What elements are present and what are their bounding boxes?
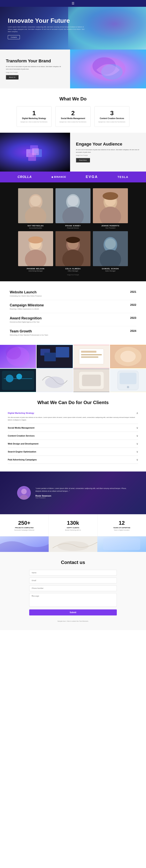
stats-section: 250+ PROJECTS COMPLETED Successful Campa… <box>0 514 146 536</box>
contact-email-input[interactable] <box>29 578 117 583</box>
timeline-desc-1: Celebrating Our Client's New Online Pres… <box>10 295 42 297</box>
team-name-phoebe: PHOEBE NELSON <box>18 268 53 270</box>
hero-contacts-button[interactable]: Contacts <box>8 35 20 39</box>
timeline-desc-4: Welcoming 10 New Talented Professionals … <box>10 334 48 336</box>
team-photo-samuel <box>93 231 128 266</box>
transform-body: At vero eos et accusam et justo duo dolo… <box>6 65 64 70</box>
accordion-label-3: Content Creation Services <box>8 435 35 437</box>
engage-section: Engage Your Audience At vero eos et accu… <box>0 133 146 172</box>
stat-label-1: PROJECTS COMPLETED <box>0 527 48 529</box>
transform-section: Transform Your Brand At vero eos et accu… <box>0 50 146 88</box>
brands-bar: CROLLA ◈ BINANCE EVGA TESLA <box>0 172 146 182</box>
contact-submit-button[interactable]: Submit <box>29 610 117 615</box>
svg-rect-40 <box>44 352 56 361</box>
svg-point-63 <box>127 386 129 388</box>
svg-point-20 <box>103 192 118 200</box>
contact-footer-text: Sample text. Click to select the Text El… <box>23 620 123 623</box>
can-do-section: What We Can Do for Our Clients Digital M… <box>0 392 146 471</box>
timeline-item-4: Team Growth Welcoming 10 New Talented Pr… <box>10 326 136 339</box>
hamburger-icon[interactable]: ☰ <box>72 2 74 5</box>
svg-rect-45 <box>81 354 102 355</box>
can-do-title: What We Can Do for Our Clients <box>8 400 138 405</box>
gallery-section <box>0 345 146 392</box>
team-name-frank: FRANK KINNEY <box>55 225 91 227</box>
testimonial-section: "Lorem pariatur et labore. Lorem ipsum d… <box>0 471 146 514</box>
stat-number-1: 250+ <box>0 520 48 526</box>
accordion-item-3[interactable]: Content Creation Services ∨ <box>8 432 138 440</box>
svg-point-65 <box>21 489 27 494</box>
transform-title: Transform Your Brand <box>6 59 64 64</box>
svg-rect-59 <box>82 375 101 386</box>
team-member-jennie: JENNIE ROBERTS Vice President <box>93 188 128 229</box>
accordion-item-6[interactable]: Paid Advertising Campaigns ∨ <box>8 456 138 464</box>
hero-title: Innovate Your Future <box>8 17 70 24</box>
gallery-item-3 <box>73 345 110 368</box>
contact-message-input[interactable] <box>29 593 117 607</box>
transform-image-note: Image from Freepik <box>6 72 64 73</box>
gallery-item-2 <box>36 345 73 368</box>
accordion-label-4: Web Design and Development <box>8 442 39 445</box>
contact-name-input[interactable] <box>29 570 117 576</box>
team-member-celia: CELIA ALMEDA Office Manager <box>55 231 91 272</box>
stat-desc-2: Brands Partnering with Us <box>49 529 97 531</box>
accordion-icon-5: ∨ <box>136 450 138 453</box>
hero-section: Innovate Your Future Lorem ipsum dolor s… <box>0 7 146 50</box>
read-more-button[interactable]: Read More <box>76 158 90 162</box>
timeline-item-2: Campaign Milestone Reaching 1 Million Im… <box>10 300 136 313</box>
team-name-nat: NAT REYNOLDS <box>18 225 53 227</box>
stat-number-2: 130k <box>49 520 97 526</box>
accordion-icon-6: ∨ <box>136 458 138 461</box>
team-role-nat: Accountant/auditor <box>18 227 53 229</box>
accordion-item-5[interactable]: Search Engine Optimization ∨ <box>8 448 138 456</box>
timeline-year-3: 2023 <box>130 316 136 319</box>
stat-label-3: YEARS OF EXPERTISE <box>98 527 146 529</box>
stat-item-3: 12 YEARS OF EXPERTISE Years in Digital I… <box>98 515 146 536</box>
svg-point-30 <box>66 237 80 243</box>
accordion-icon-1: ∧ <box>136 411 138 414</box>
svg-rect-44 <box>81 351 96 352</box>
accordion-item-4[interactable]: Web Design and Development ∨ <box>8 440 138 448</box>
service-number-1: 1 <box>19 110 49 116</box>
team-role-phoebe: Advertising Manager <box>18 270 53 272</box>
contact-phone-input[interactable] <box>29 585 117 591</box>
accordion-item-1[interactable]: Digital Marketing Strategy ∧ Sei ulla ac… <box>8 409 138 424</box>
svg-point-25 <box>28 237 43 243</box>
testimonial-avatar <box>17 486 31 500</box>
svg-point-34 <box>105 238 116 249</box>
timeline-title-4: Team Growth <box>10 329 48 333</box>
timeline-title-3: Award Recognition <box>10 316 42 320</box>
testimonial-name: Roxie Swanson <box>35 495 129 497</box>
testimonial-role: Vice President <box>35 497 129 499</box>
stat-desc-1: Successful Campaigns Delivered <box>0 529 48 531</box>
service-item-1: 1 Digital Marketing Strategy Sample text… <box>17 106 52 127</box>
hero-body: Lorem ipsum dolor sit amet, consectetur … <box>8 26 86 33</box>
contact-form: Submit <box>29 570 117 615</box>
timeline-section: Website Launch Celebrating Our Client's … <box>0 281 146 345</box>
service-label-3: Content Creation Services <box>97 117 127 120</box>
testimonial-quote: "Lorem pariatur et labore. Lorem ipsum d… <box>35 487 129 493</box>
svg-point-37 <box>6 346 21 359</box>
timeline-desc-2: Reaching 1 Million Impressions in a Mont… <box>10 308 44 310</box>
gallery-item-5 <box>0 369 36 392</box>
what-we-do-section: What We Do 1 Digital Marketing Strategy … <box>0 88 146 133</box>
service-item-2: 2 Social Media Management Sample text. C… <box>55 106 91 127</box>
gallery-item-4 <box>110 345 146 368</box>
abstract-img-2 <box>49 536 97 552</box>
transform-left: Transform Your Brand At vero eos et accu… <box>0 50 70 88</box>
timeline-title-1: Website Launch <box>10 290 42 294</box>
svg-rect-71 <box>103 538 140 550</box>
stat-label-2: HAPPY CLIENTS <box>49 527 97 529</box>
team-photo-frank <box>55 188 91 223</box>
service-label-1: Digital Marketing Strategy <box>19 117 49 120</box>
team-name-samuel: SAMUEL SCHIOK <box>93 268 128 270</box>
engage-title: Engage Your Audience <box>76 142 140 147</box>
accordion-label-1: Digital Marketing Strategy <box>8 412 34 414</box>
team-role-frank: Financial Director <box>55 227 91 229</box>
svg-rect-46 <box>81 356 98 358</box>
engage-left <box>0 133 70 172</box>
accordion-item-2[interactable]: Social Media Management ∨ <box>8 424 138 432</box>
about-us-button[interactable]: About Us <box>6 75 19 80</box>
service-number-2: 2 <box>58 110 88 116</box>
team-image-note: Image from Freepik <box>8 274 138 276</box>
service-number-3: 3 <box>97 110 127 116</box>
